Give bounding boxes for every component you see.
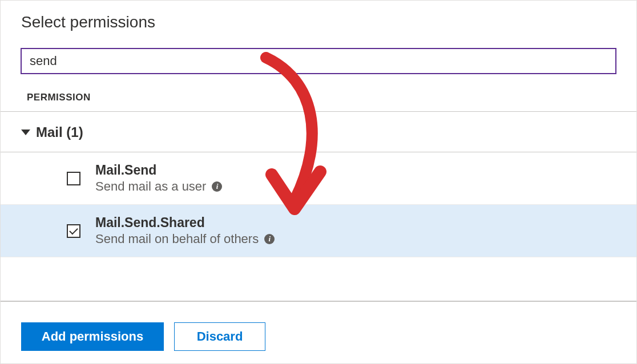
caret-down-icon — [21, 130, 30, 135]
permission-text: Mail.Send.Shared Send mail on behalf of … — [95, 215, 275, 246]
permission-desc: Send mail as a user i — [95, 179, 222, 194]
search-container — [1, 37, 636, 74]
search-input[interactable] — [21, 48, 616, 74]
permission-name: Mail.Send — [95, 163, 222, 178]
permission-desc-text: Send mail as a user — [95, 179, 206, 194]
column-header-row: PERMISSION — [1, 74, 636, 112]
info-icon[interactable]: i — [212, 181, 222, 192]
column-header-permission: PERMISSION — [27, 92, 91, 103]
permission-name: Mail.Send.Shared — [95, 215, 275, 230]
permission-desc: Send mail on behalf of others i — [95, 232, 275, 246]
permissions-panel: Select permissions PERMISSION Mail (1) M… — [0, 0, 637, 364]
panel-header: Select permissions — [1, 1, 636, 37]
permission-row[interactable]: Mail.Send Send mail as a user i — [1, 152, 636, 205]
group-label: Mail (1) — [36, 124, 83, 140]
permission-checkbox[interactable] — [67, 172, 80, 185]
discard-button[interactable]: Discard — [174, 322, 265, 351]
permission-text: Mail.Send Send mail as a user i — [95, 163, 222, 194]
permission-desc-text: Send mail on behalf of others — [95, 232, 259, 246]
permission-checkbox[interactable] — [67, 224, 80, 238]
info-icon[interactable]: i — [264, 234, 275, 244]
group-header-mail[interactable]: Mail (1) — [1, 112, 636, 152]
add-permissions-button[interactable]: Add permissions — [21, 322, 164, 351]
permission-row[interactable]: Mail.Send.Shared Send mail on behalf of … — [1, 205, 636, 257]
panel-title: Select permissions — [21, 13, 616, 31]
panel-footer: Add permissions Discard — [1, 301, 636, 363]
